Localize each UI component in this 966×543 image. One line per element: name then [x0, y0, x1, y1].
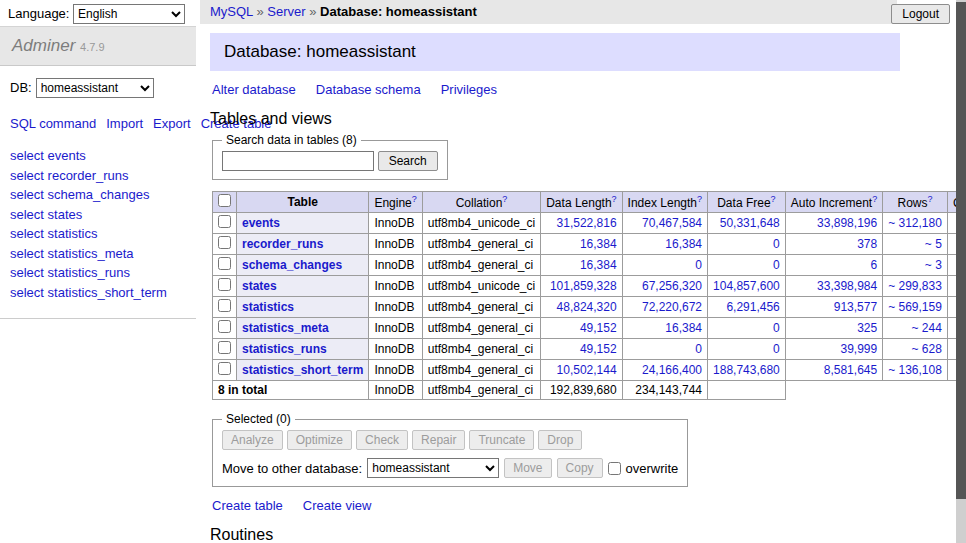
rows-link[interactable]: ~ 312,180 [888, 216, 942, 230]
data-length-link[interactable]: 49,152 [580, 321, 617, 335]
data-free-link[interactable]: 50,331,648 [720, 216, 780, 230]
sidebar-table-link[interactable]: select recorder_runs [10, 166, 186, 186]
breadcrumb-link[interactable]: Server [267, 4, 305, 19]
data-free-link[interactable]: 104,857,600 [713, 279, 780, 293]
row-checkbox[interactable] [218, 257, 231, 270]
bulk-optimize-button[interactable]: Optimize [287, 430, 352, 450]
auto-increment-link[interactable]: 33,398,984 [817, 279, 877, 293]
index-length-link[interactable]: 70,467,584 [642, 216, 702, 230]
app-logo[interactable]: Adminer [12, 36, 75, 55]
table-name-link[interactable]: states [242, 279, 277, 293]
data-free-link[interactable]: 0 [773, 321, 780, 335]
overwrite-checkbox[interactable] [608, 462, 621, 475]
auto-increment-link[interactable]: 913,577 [834, 300, 877, 314]
index-length-link[interactable]: 16,384 [665, 237, 702, 251]
logout-button[interactable]: Logout [891, 4, 950, 24]
table-name-link[interactable]: statistics_runs [242, 342, 327, 356]
auto-increment-link[interactable]: 8,581,645 [824, 363, 877, 377]
data-length-link[interactable]: 31,522,816 [557, 216, 617, 230]
rows-link[interactable]: ~ 299,833 [888, 279, 942, 293]
sidebar-table-link[interactable]: select statistics [10, 224, 186, 244]
bulk-check-button[interactable]: Check [356, 430, 408, 450]
row-checkbox[interactable] [218, 341, 231, 354]
search-input[interactable] [222, 151, 374, 171]
table-name-link[interactable]: schema_changes [242, 258, 342, 272]
table-name-link[interactable]: recorder_runs [242, 237, 323, 251]
bulk-truncate-button[interactable]: Truncate [469, 430, 534, 450]
data-free-link[interactable]: 0 [773, 258, 780, 272]
auto-increment-link[interactable]: 378 [857, 237, 877, 251]
auto-increment-link[interactable]: 325 [857, 321, 877, 335]
bulk-drop-button[interactable]: Drop [538, 430, 582, 450]
data-length-link[interactable]: 48,824,320 [557, 300, 617, 314]
db-action-link[interactable]: Database schema [316, 82, 421, 97]
auto-increment-link[interactable]: 6 [870, 258, 877, 272]
row-checkbox[interactable] [218, 299, 231, 312]
breadcrumb-link[interactable]: MySQL [210, 4, 253, 19]
db-action-link[interactable]: Privileges [441, 82, 497, 97]
rows-link[interactable]: ~ 136,108 [888, 363, 942, 377]
data-length-link[interactable]: 10,502,144 [557, 363, 617, 377]
sidebar-table-link[interactable]: select schema_changes [10, 185, 186, 205]
data-length-link[interactable]: 16,384 [580, 258, 617, 272]
table-name-link[interactable]: statistics_meta [242, 321, 329, 335]
db-select[interactable]: homeassistant [36, 78, 154, 98]
column-help-link[interactable]: ? [412, 196, 417, 210]
overwrite-label[interactable]: overwrite [626, 461, 679, 476]
language-select[interactable]: English [73, 4, 185, 24]
data-free-link[interactable]: 0 [773, 237, 780, 251]
table-name-link[interactable]: events [242, 216, 280, 230]
move-db-select[interactable]: homeassistant [367, 458, 499, 478]
index-length-link[interactable]: 24,166,400 [642, 363, 702, 377]
row-checkbox[interactable] [218, 320, 231, 333]
copy-button[interactable]: Copy [557, 458, 603, 478]
rows-link[interactable]: ~ 244 [912, 321, 942, 335]
index-length-link[interactable]: 67,256,320 [642, 279, 702, 293]
rows-link[interactable]: ~ 3 [925, 258, 942, 272]
bulk-analyze-button[interactable]: Analyze [222, 430, 283, 450]
sidebar-link[interactable]: Export [153, 116, 191, 131]
auto-increment-link[interactable]: 39,999 [840, 342, 877, 356]
index-length-link[interactable]: 0 [695, 258, 702, 272]
bulk-repair-button[interactable]: Repair [412, 430, 465, 450]
sidebar-table-link[interactable]: select statistics_short_term [10, 283, 186, 303]
column-help-link[interactable]: ? [872, 196, 877, 210]
scrollbar-thumb[interactable] [956, 2, 966, 499]
data-length-link[interactable]: 16,384 [580, 237, 617, 251]
index-length-link[interactable]: 72,220,672 [642, 300, 702, 314]
data-length-link[interactable]: 101,859,328 [550, 279, 617, 293]
column-help-link[interactable]: ? [502, 196, 507, 210]
column-help-link[interactable]: ? [771, 196, 776, 210]
index-length-link[interactable]: 0 [695, 342, 702, 356]
index-length-link[interactable]: 16,384 [665, 321, 702, 335]
create-link[interactable]: Create view [303, 498, 372, 513]
table-name-link[interactable]: statistics [242, 300, 294, 314]
rows-link[interactable]: ~ 569,159 [888, 300, 942, 314]
rows-link[interactable]: ~ 5 [925, 237, 942, 251]
row-checkbox[interactable] [218, 278, 231, 291]
sidebar-link[interactable]: Import [106, 116, 143, 131]
data-free-link[interactable]: 188,743,680 [713, 363, 780, 377]
auto-increment-link[interactable]: 33,898,196 [817, 216, 877, 230]
db-action-link[interactable]: Alter database [212, 82, 296, 97]
row-checkbox[interactable] [218, 362, 231, 375]
sidebar-table-link[interactable]: select states [10, 205, 186, 225]
data-free-link[interactable]: 6,291,456 [726, 300, 779, 314]
select-all-checkbox[interactable] [218, 194, 231, 207]
create-link[interactable]: Create table [212, 498, 283, 513]
sidebar-link[interactable]: SQL command [10, 116, 96, 131]
table-name-link[interactable]: statistics_short_term [242, 363, 363, 377]
rows-link[interactable]: ~ 628 [912, 342, 942, 356]
column-help-link[interactable]: ? [928, 196, 933, 210]
data-free-link[interactable]: 0 [773, 342, 780, 356]
column-help-link[interactable]: ? [697, 196, 702, 210]
data-length-link[interactable]: 49,152 [580, 342, 617, 356]
scrollbar[interactable] [956, 0, 966, 543]
sidebar-table-link[interactable]: select statistics_meta [10, 244, 186, 264]
row-checkbox[interactable] [218, 236, 231, 249]
sidebar-table-link[interactable]: select statistics_runs [10, 263, 186, 283]
sidebar-table-link[interactable]: select events [10, 146, 186, 166]
row-checkbox[interactable] [218, 215, 231, 228]
search-button[interactable]: Search [378, 151, 438, 171]
move-button[interactable]: Move [504, 458, 551, 478]
